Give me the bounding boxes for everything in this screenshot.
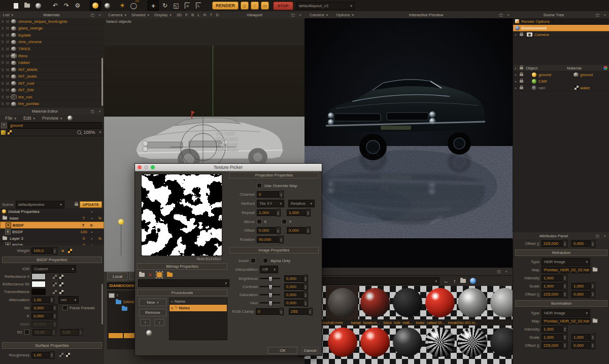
r2-checkbox[interactable] <box>24 330 29 335</box>
refraction-type-dropdown[interactable]: HDR Image▾ <box>542 258 590 266</box>
weight-input[interactable]: 100,0 <box>31 247 53 254</box>
chevron-down-icon[interactable]: ▾ <box>99 130 101 134</box>
checker-icon[interactable] <box>8 130 12 134</box>
mirror-y-checkbox[interactable] <box>282 219 287 224</box>
new-scene-button[interactable] <box>11 1 21 10</box>
refraction-scale-1[interactable]: 1,000 <box>542 283 563 289</box>
illumination-intensity-input[interactable]: 1,000 <box>542 326 563 333</box>
texture-picker-dialog[interactable]: Texture Picker Size:512x512 Bitmap Prope… <box>134 163 322 356</box>
noise-list-item[interactable]: o└Noise <box>170 305 227 311</box>
offset-input-2[interactable]: 0,000 <box>287 227 306 234</box>
fit-icon[interactable] <box>156 271 163 278</box>
properties-scrollbar[interactable] <box>101 284 103 324</box>
invert-checkbox[interactable] <box>251 258 256 263</box>
material-row[interactable]: SMINT_MAIN <box>0 66 104 74</box>
use-override-checkbox[interactable] <box>257 183 262 188</box>
thumb-name[interactable]: black_hole_matt... <box>382 321 414 324</box>
refraction-offset-1[interactable]: 225,000 <box>542 291 563 298</box>
rotation-input[interactable]: 90,000 <box>257 236 279 243</box>
spinner[interactable]: ▴▾ <box>308 308 313 315</box>
texture-slot-icon[interactable] <box>66 353 70 357</box>
material-row[interactable]: SMTIRES <box>0 46 104 53</box>
lock-icon[interactable] <box>520 80 523 83</box>
panel-float-icon[interactable]: ◰ <box>90 108 95 114</box>
spinner[interactable]: ▴▾ <box>591 334 595 341</box>
texture-slot-icon[interactable] <box>59 290 63 294</box>
spinner[interactable]: ▴▾ <box>591 282 595 290</box>
interpolation-dropdown[interactable]: Off▾ <box>260 266 278 273</box>
render-multilight-button[interactable]: ∷ <box>251 2 259 10</box>
refraction-intensity-input[interactable]: 1,000 <box>542 275 563 281</box>
object-row-car[interactable]: • CAR <box>513 78 609 85</box>
zoom-traffic-light[interactable] <box>151 165 155 169</box>
tree-row-global[interactable]: Global Properties• <box>0 208 104 215</box>
material-row[interactable]: SMINT_seats <box>0 73 104 80</box>
update-button[interactable]: UPDATE <box>80 201 102 208</box>
material-thumb[interactable] <box>458 327 487 357</box>
material-row[interactable]: SMINT_roof <box>0 80 104 87</box>
material-row[interactable]: SMchrome_stripes_frontLights <box>0 18 104 25</box>
spinner[interactable]: ▴▾ <box>279 191 284 198</box>
panel-close-icon[interactable]: × <box>97 108 103 114</box>
name-column-header[interactable]: Name <box>175 299 185 304</box>
zoom-object-button[interactable]: o <box>182 1 192 10</box>
panel-float-icon[interactable]: ◰ <box>595 233 600 238</box>
back-icon[interactable]: ← <box>444 278 449 284</box>
offset-input-1[interactable]: 225,000 <box>542 240 563 247</box>
viewport-camera-dropdown[interactable]: Camera▾ <box>108 13 126 17</box>
material-row[interactable]: SMlicplate <box>0 32 104 39</box>
material-name-input[interactable]: ground <box>8 122 102 129</box>
refraction-scale-2[interactable]: 1,000 <box>571 283 591 289</box>
transmittance-swatch[interactable] <box>31 288 46 295</box>
scale-tool-button[interactable]: ◱ <box>171 1 181 10</box>
rgb-min-input[interactable]: 0 <box>256 308 279 315</box>
illumination-scale-2[interactable]: 1,000 <box>571 334 591 341</box>
material-row[interactable]: SMtire_run <box>0 94 104 101</box>
attenuation-unit-dropdown[interactable]: nm▾ <box>58 296 79 304</box>
material-thumb[interactable] <box>360 327 390 357</box>
panel-close-icon[interactable]: × <box>602 12 607 17</box>
panel-float-icon[interactable]: ◰ <box>90 12 95 17</box>
viewport-shaded-dropdown[interactable]: Shaded▾ <box>131 13 149 17</box>
view-tab-f[interactable]: F <box>185 13 188 17</box>
preview-options-dropdown[interactable]: Options▾ <box>336 13 354 17</box>
panel-float-icon[interactable]: ◰ <box>290 12 296 17</box>
spinner[interactable]: ▴▾ <box>563 334 567 341</box>
nd-input[interactable]: 3,000 <box>31 305 53 311</box>
spinner[interactable]: ▴▾ <box>563 290 567 298</box>
repeat-input-1[interactable]: 1,000 <box>257 209 276 216</box>
tree-folder[interactable]: DANE <box>123 300 134 304</box>
texture-slot-icon[interactable] <box>59 275 63 279</box>
ior-dropdown[interactable]: Custom▾ <box>31 265 76 273</box>
spinner[interactable]: ▴▾ <box>563 325 567 333</box>
refraction-offset-2[interactable]: 0,000 <box>571 291 591 298</box>
thumb-name[interactable]: badge_honda.m... <box>349 321 382 324</box>
browse-folder-icon[interactable] <box>460 279 466 283</box>
contrast-input[interactable]: 0,000 <box>284 283 303 290</box>
ok-button[interactable]: OK <box>268 347 297 354</box>
redo-button[interactable]: ↷ <box>61 1 72 10</box>
render-region-button[interactable]: ▯ <box>241 2 249 10</box>
spinner[interactable]: ▴▾ <box>53 312 57 320</box>
tree-row-bsdf-selected[interactable]: BBSDFT0 <box>0 222 104 229</box>
render-button[interactable]: RENDER <box>212 2 239 10</box>
interactive-preview[interactable] <box>304 18 513 268</box>
lock-icon[interactable] <box>520 74 523 76</box>
roughness-input[interactable]: 1,00 <box>31 352 50 358</box>
panel-close-icon[interactable]: × <box>97 12 103 17</box>
recent-maps-icon[interactable] <box>167 273 173 277</box>
spinner[interactable]: ▴▾ <box>563 342 567 349</box>
sun-light-button[interactable]: ☀ <box>117 1 127 10</box>
spinner[interactable]: ▴▾ <box>563 282 567 290</box>
reflectance0-swatch[interactable] <box>31 273 46 280</box>
open-scene-button[interactable] <box>22 1 32 10</box>
saturation-slider[interactable] <box>260 294 280 296</box>
object-row-rain[interactable]: • rain water <box>513 85 609 91</box>
contrast-slider[interactable] <box>260 286 280 288</box>
refraction-map-input[interactable]: 'Pontiac_HDR_02_02.hdr <box>542 267 590 273</box>
browser-path-dropdown[interactable]: ▾ <box>308 277 439 285</box>
lock-icon[interactable] <box>520 33 523 36</box>
saturation-input[interactable]: 0,000 <box>284 292 303 298</box>
save-scene-button[interactable] <box>33 1 43 10</box>
texture-slot-icon[interactable] <box>53 290 57 294</box>
